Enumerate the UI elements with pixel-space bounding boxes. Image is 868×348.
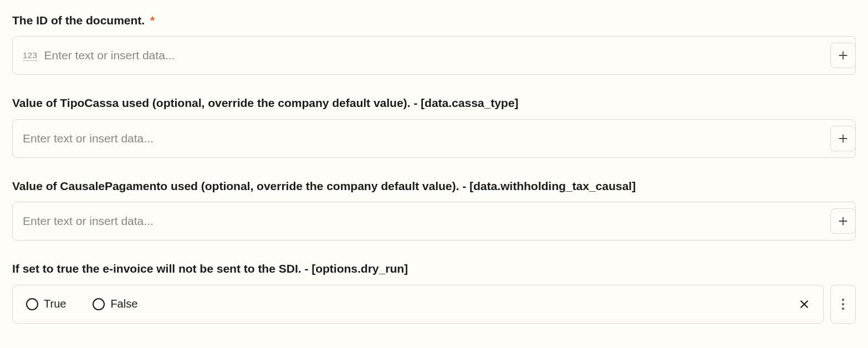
field-label-withholding-tax-causal: Value of CausalePagamento used (optional… xyxy=(12,178,856,194)
cassa-type-input[interactable] xyxy=(23,120,845,157)
svg-point-9 xyxy=(842,303,844,305)
field-label-dry-run: If set to true the e-invoice will not be… xyxy=(12,260,856,277)
radio-circle-icon xyxy=(26,298,38,310)
label-text: The ID of the document. xyxy=(12,14,145,27)
required-asterisk: * xyxy=(150,14,155,27)
svg-point-8 xyxy=(842,298,844,300)
radio-circle-icon xyxy=(93,298,105,310)
field-group-dry-run: If set to true the e-invoice will not be… xyxy=(12,260,856,323)
radio-label-true: True xyxy=(44,298,66,310)
insert-data-button[interactable] xyxy=(830,126,856,151)
field-group-withholding-tax-causal: Value of CausalePagamento used (optional… xyxy=(12,178,856,240)
plus-icon xyxy=(838,50,849,61)
clear-button[interactable] xyxy=(796,296,812,312)
close-icon xyxy=(799,299,810,310)
field-label-cassa-type: Value of TipoCassa used (optional, overr… xyxy=(12,95,856,111)
radio-option-true[interactable]: True xyxy=(26,298,66,310)
radio-option-false[interactable]: False xyxy=(93,298,137,310)
input-row-document-id: 123 xyxy=(12,36,856,75)
field-label-document-id: The ID of the document. * xyxy=(12,12,856,28)
plus-icon xyxy=(838,216,849,227)
radio-label-false: False xyxy=(110,298,137,310)
input-row-cassa-type xyxy=(12,119,856,158)
radio-container-dry-run: True False xyxy=(12,285,824,324)
insert-data-button[interactable] xyxy=(830,208,856,234)
input-container-document-id[interactable]: 123 xyxy=(12,36,856,75)
plus-icon xyxy=(838,133,849,144)
document-id-input[interactable] xyxy=(44,37,845,74)
insert-data-button[interactable] xyxy=(830,43,856,68)
radio-row-dry-run: True False xyxy=(12,285,856,324)
input-row-withholding-tax-causal xyxy=(12,202,856,240)
input-container-cassa-type[interactable] xyxy=(12,119,856,158)
more-options-button[interactable] xyxy=(830,285,856,324)
kebab-menu-icon xyxy=(841,298,845,310)
input-container-withholding-tax-causal[interactable] xyxy=(12,202,856,240)
field-group-cassa-type: Value of TipoCassa used (optional, overr… xyxy=(12,95,856,157)
numeric-prefix-badge: 123 xyxy=(23,50,38,61)
withholding-tax-causal-input[interactable] xyxy=(23,202,845,240)
field-group-document-id: The ID of the document. * 123 xyxy=(12,12,856,75)
svg-point-10 xyxy=(842,307,844,309)
